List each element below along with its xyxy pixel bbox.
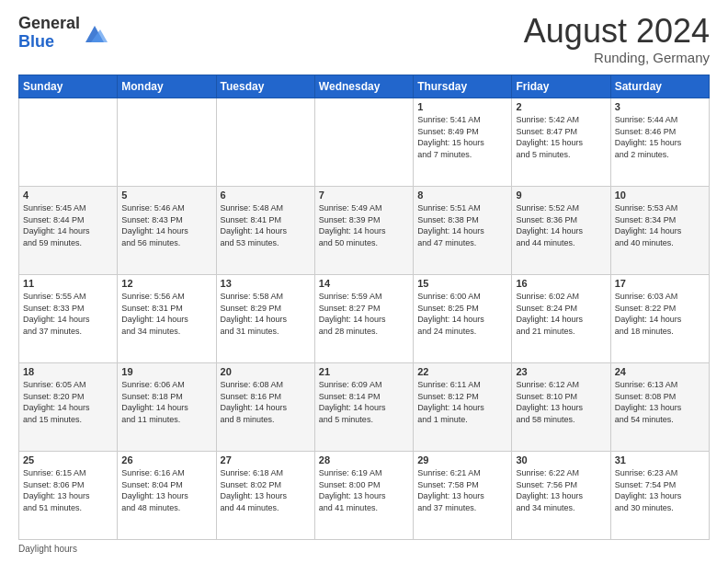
day-info: Sunrise: 5:44 AM Sunset: 8:46 PM Dayligh… [615,114,705,160]
day-number: 3 [615,101,705,112]
day-number: 11 [23,278,113,289]
calendar-cell: 30Sunrise: 6:22 AM Sunset: 7:56 PM Dayli… [512,452,610,540]
calendar-cell: 24Sunrise: 6:13 AM Sunset: 8:08 PM Dayli… [610,363,709,452]
calendar-cell: 6Sunrise: 5:48 AM Sunset: 8:41 PM Daylig… [216,187,314,275]
day-number: 18 [23,366,113,377]
title-block: August 2024 Runding, Germany [524,15,710,65]
calendar-header-row: Sunday Monday Tuesday Wednesday Thursday… [19,75,710,98]
calendar-cell: 9Sunrise: 5:52 AM Sunset: 8:36 PM Daylig… [512,187,610,275]
day-info: Sunrise: 5:51 AM Sunset: 8:38 PM Dayligh… [417,202,507,248]
header-monday: Monday [118,75,216,98]
day-info: Sunrise: 6:18 AM Sunset: 8:02 PM Dayligh… [221,467,311,513]
calendar-cell [216,98,314,187]
calendar-cell: 27Sunrise: 6:18 AM Sunset: 8:02 PM Dayli… [216,452,314,540]
day-number: 15 [417,278,507,289]
calendar-cell: 25Sunrise: 6:15 AM Sunset: 8:06 PM Dayli… [19,452,118,540]
day-number: 28 [319,454,409,465]
day-number: 16 [516,278,606,289]
day-number: 17 [615,278,705,289]
day-number: 4 [23,190,113,201]
calendar-cell: 7Sunrise: 5:49 AM Sunset: 8:39 PM Daylig… [314,187,413,275]
day-info: Sunrise: 5:48 AM Sunset: 8:41 PM Dayligh… [221,202,311,248]
month-year: August 2024 [524,15,710,48]
day-number: 12 [121,278,211,289]
header-tuesday: Tuesday [216,75,314,98]
day-number: 10 [615,190,705,201]
calendar-cell: 18Sunrise: 6:05 AM Sunset: 8:20 PM Dayli… [19,363,118,452]
calendar-cell: 13Sunrise: 5:58 AM Sunset: 8:29 PM Dayli… [216,275,314,363]
calendar-cell: 31Sunrise: 6:23 AM Sunset: 7:54 PM Dayli… [610,452,709,540]
footer-note-text: Daylight hours [18,544,77,554]
day-number: 13 [221,278,311,289]
calendar-week-4: 18Sunrise: 6:05 AM Sunset: 8:20 PM Dayli… [19,363,710,452]
day-info: Sunrise: 6:23 AM Sunset: 7:54 PM Dayligh… [615,467,705,513]
location: Runding, Germany [524,50,710,65]
day-info: Sunrise: 5:46 AM Sunset: 8:43 PM Dayligh… [121,202,211,248]
calendar-week-1: 1Sunrise: 5:41 AM Sunset: 8:49 PM Daylig… [19,98,710,187]
day-info: Sunrise: 5:53 AM Sunset: 8:34 PM Dayligh… [615,202,705,248]
calendar-table: Sunday Monday Tuesday Wednesday Thursday… [18,75,710,540]
calendar-cell: 8Sunrise: 5:51 AM Sunset: 8:38 PM Daylig… [414,187,512,275]
day-number: 25 [23,454,113,465]
day-info: Sunrise: 6:15 AM Sunset: 8:06 PM Dayligh… [23,467,113,513]
header-wednesday: Wednesday [314,75,413,98]
day-info: Sunrise: 5:56 AM Sunset: 8:31 PM Dayligh… [121,291,211,337]
day-info: Sunrise: 6:00 AM Sunset: 8:25 PM Dayligh… [417,291,507,337]
day-info: Sunrise: 6:19 AM Sunset: 8:00 PM Dayligh… [319,467,409,513]
day-number: 9 [516,190,606,201]
day-number: 6 [221,190,311,201]
day-info: Sunrise: 6:02 AM Sunset: 8:24 PM Dayligh… [516,291,606,337]
calendar-week-2: 4Sunrise: 5:45 AM Sunset: 8:44 PM Daylig… [19,187,710,275]
calendar-cell: 19Sunrise: 6:06 AM Sunset: 8:18 PM Dayli… [118,363,216,452]
calendar-cell: 20Sunrise: 6:08 AM Sunset: 8:16 PM Dayli… [216,363,314,452]
day-info: Sunrise: 5:45 AM Sunset: 8:44 PM Dayligh… [23,202,113,248]
day-info: Sunrise: 6:08 AM Sunset: 8:16 PM Dayligh… [221,379,311,425]
day-info: Sunrise: 6:22 AM Sunset: 7:56 PM Dayligh… [516,467,606,513]
header: General Blue August 2024 Runding, German… [18,15,710,65]
day-info: Sunrise: 5:52 AM Sunset: 8:36 PM Dayligh… [516,202,606,248]
calendar-cell: 21Sunrise: 6:09 AM Sunset: 8:14 PM Dayli… [314,363,413,452]
calendar-cell: 4Sunrise: 5:45 AM Sunset: 8:44 PM Daylig… [19,187,118,275]
day-number: 31 [615,454,705,465]
day-number: 1 [417,101,507,112]
day-info: Sunrise: 5:59 AM Sunset: 8:27 PM Dayligh… [319,291,409,337]
day-info: Sunrise: 6:12 AM Sunset: 8:10 PM Dayligh… [516,379,606,425]
calendar-cell: 26Sunrise: 6:16 AM Sunset: 8:04 PM Dayli… [118,452,216,540]
day-number: 30 [516,454,606,465]
calendar-cell: 1Sunrise: 5:41 AM Sunset: 8:49 PM Daylig… [414,98,512,187]
calendar-cell: 5Sunrise: 5:46 AM Sunset: 8:43 PM Daylig… [118,187,216,275]
logo-text: General Blue [18,15,80,52]
day-number: 5 [121,190,211,201]
header-friday: Friday [512,75,610,98]
day-info: Sunrise: 5:55 AM Sunset: 8:33 PM Dayligh… [23,291,113,337]
calendar-cell [19,98,118,187]
day-number: 14 [319,278,409,289]
calendar-cell: 2Sunrise: 5:42 AM Sunset: 8:47 PM Daylig… [512,98,610,187]
calendar-cell [314,98,413,187]
calendar-cell: 28Sunrise: 6:19 AM Sunset: 8:00 PM Dayli… [314,452,413,540]
day-number: 20 [221,366,311,377]
day-number: 8 [417,190,507,201]
day-number: 27 [221,454,311,465]
header-sunday: Sunday [19,75,118,98]
logo-general: General [18,14,80,32]
day-number: 29 [417,454,507,465]
day-info: Sunrise: 5:58 AM Sunset: 8:29 PM Dayligh… [221,291,311,337]
header-saturday: Saturday [610,75,709,98]
day-info: Sunrise: 6:11 AM Sunset: 8:12 PM Dayligh… [417,379,507,425]
day-number: 21 [319,366,409,377]
day-number: 2 [516,101,606,112]
logo-blue: Blue [18,32,54,51]
calendar-cell: 14Sunrise: 5:59 AM Sunset: 8:27 PM Dayli… [314,275,413,363]
day-info: Sunrise: 6:09 AM Sunset: 8:14 PM Dayligh… [319,379,409,425]
calendar-cell: 23Sunrise: 6:12 AM Sunset: 8:10 PM Dayli… [512,363,610,452]
day-number: 26 [121,454,211,465]
logo: General Blue [18,15,108,52]
day-info: Sunrise: 6:05 AM Sunset: 8:20 PM Dayligh… [23,379,113,425]
day-info: Sunrise: 5:42 AM Sunset: 8:47 PM Dayligh… [516,114,606,160]
day-number: 7 [319,190,409,201]
calendar-cell: 12Sunrise: 5:56 AM Sunset: 8:31 PM Dayli… [118,275,216,363]
day-number: 24 [615,366,705,377]
day-info: Sunrise: 6:03 AM Sunset: 8:22 PM Dayligh… [615,291,705,337]
day-number: 23 [516,366,606,377]
